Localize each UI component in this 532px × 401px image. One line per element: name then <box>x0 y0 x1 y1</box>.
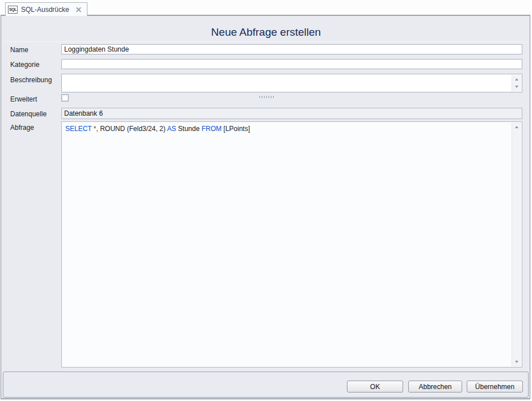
tab-bar: SQL SQL-Ausdrücke <box>1 0 530 15</box>
tab-label: SQL-Ausdrücke <box>21 6 72 14</box>
arrow-up-icon <box>515 126 518 128</box>
erweitert-label: Erweitert <box>10 95 37 103</box>
abfrage-label: Abfrage <box>10 124 34 132</box>
name-label: Name <box>10 46 28 54</box>
beschreibung-scrollbar[interactable] <box>512 75 521 91</box>
page-title: Neue Abfrage erstellen <box>0 26 532 39</box>
sql-token: [LPoints] <box>221 125 250 133</box>
kategorie-input[interactable] <box>61 59 522 69</box>
tab-sql-ausdruecke[interactable]: SQL SQL-Ausdrücke <box>5 2 87 16</box>
erweitert-checkbox[interactable] <box>61 94 69 102</box>
sql-token: , ROUND (Feld3/24, 2) <box>96 125 167 133</box>
datenquelle-label: Datenquelle <box>10 110 47 118</box>
name-input[interactable] <box>61 44 522 54</box>
ok-button[interactable]: OK <box>347 381 403 392</box>
scroll-up-button[interactable] <box>512 123 521 131</box>
sql-token: AS <box>167 125 176 133</box>
sql-icon: SQL <box>8 6 18 14</box>
datenquelle-field[interactable]: Datenbank 6 <box>61 108 522 119</box>
title-separator <box>5 41 527 42</box>
scroll-down-button[interactable] <box>512 358 521 366</box>
apply-button[interactable]: Übernehmen <box>467 381 523 392</box>
arrow-down-icon <box>515 86 518 88</box>
cancel-button[interactable]: Abbrechen <box>408 381 462 392</box>
arrow-up-icon <box>515 78 518 81</box>
arrow-down-icon <box>515 361 518 363</box>
tab-close-icon[interactable] <box>76 7 82 12</box>
beschreibung-label: Beschreibung <box>10 76 52 84</box>
sql-token: FROM <box>202 125 221 133</box>
abfrage-scrollbar[interactable] <box>512 123 521 366</box>
footer-bar: OK Abbrechen Übernehmen <box>3 372 529 398</box>
scroll-up-button[interactable] <box>512 75 521 83</box>
splitter-grip[interactable] <box>259 96 275 98</box>
kategorie-label: Kategorie <box>10 61 39 69</box>
sql-token: Stunde <box>176 125 202 133</box>
sql-token: SELECT <box>65 125 91 133</box>
scroll-down-button[interactable] <box>512 83 521 91</box>
abfrage-editor[interactable]: SELECT *, ROUND (Feld3/24, 2) AS Stunde … <box>61 121 522 368</box>
beschreibung-textarea[interactable] <box>61 74 522 92</box>
sql-line: SELECT *, ROUND (Feld3/24, 2) AS Stunde … <box>65 125 250 133</box>
